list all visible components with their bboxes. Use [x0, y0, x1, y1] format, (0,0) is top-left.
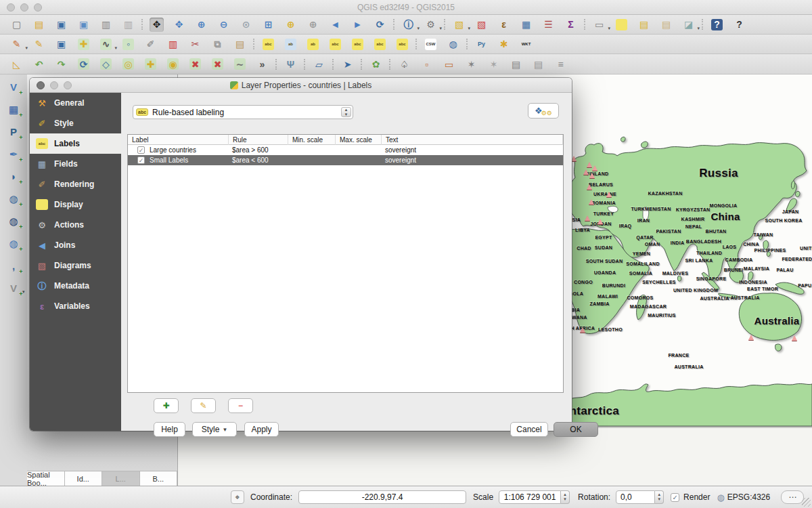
add-web-layer-button[interactable]: ◍ ▾ [446, 37, 460, 51]
select-by-expression-button[interactable]: ε ▾ [497, 18, 511, 32]
feature-action-button[interactable]: ⚙ ▾ [424, 18, 438, 32]
plugin-manager-button[interactable]: ✱ ▾ [497, 37, 511, 51]
current-edits-button[interactable]: ✎ ▾ [9, 37, 24, 51]
add-spatialite-layer-button[interactable]: ✒ ▾ [7, 147, 21, 161]
add-rule-button[interactable]: ✚ [154, 398, 179, 413]
toolbar-separator[interactable]: ▾ [392, 18, 397, 32]
sidebar-item-general[interactable]: ⚒ General [30, 93, 121, 113]
ok-button[interactable]: OK [554, 422, 598, 437]
save-project-button[interactable]: ▣ ▾ [54, 18, 68, 32]
add-wcs-layer-button[interactable]: ◍ ▾ [7, 214, 21, 228]
zoom-to-selection-button[interactable]: ⊕ ▾ [284, 18, 298, 32]
rule-checkbox[interactable]: ✓ [137, 156, 145, 164]
add-wms-layer-button[interactable]: ◍ ▾ [7, 192, 21, 206]
show-bookmarks-button[interactable]: ▤ ▾ [659, 18, 673, 32]
field-calculator-button[interactable]: ☰ ▾ [541, 18, 556, 32]
layer-diagram-button[interactable]: ab ▾ [284, 37, 298, 51]
sidebar-item-joins[interactable]: ◀ Joins [30, 235, 121, 255]
extent-toggle-button[interactable]: ⌖ [231, 490, 244, 504]
labeling-rules-table[interactable]: Label Rule Min. scale Max. scale Text [127, 134, 564, 393]
pin-labels-button[interactable]: ab ▾ [306, 37, 320, 51]
add-ring-button[interactable]: ◎ ▾ [121, 57, 135, 71]
rotation-stepper[interactable]: ▲▼ [655, 490, 664, 504]
toolbar-separator[interactable]: ▾ [465, 37, 470, 51]
open-project-button[interactable]: ▤ ▾ [32, 18, 46, 32]
rules-column-header[interactable]: Max. scale [336, 135, 382, 145]
new-composer-button[interactable]: ▥ ▾ [99, 18, 113, 32]
highlight-labels-button[interactable]: abc ▾ [328, 37, 342, 51]
dock-tab-spatial-bookmarks[interactable]: Spatial Boo... [27, 471, 65, 486]
toolbar-separator[interactable]: ▾ [252, 37, 256, 51]
sidebar-item-variables[interactable]: ε Variables [30, 296, 121, 316]
composer-manager-button[interactable]: ▥ ▾ [121, 18, 135, 32]
new-bookmark-button[interactable]: ▤ ▾ [637, 18, 651, 32]
rule-row[interactable]: ✓ Small Labels $area < 600 sovereignt [128, 155, 563, 165]
new-project-button[interactable]: ▢ ▾ [9, 18, 24, 32]
rule-checkbox[interactable]: ✓ [137, 146, 145, 154]
open-attribute-table-button[interactable]: ▦ ▾ [519, 18, 533, 32]
dock-tab-layers[interactable]: L... [102, 471, 140, 486]
paste-features-button[interactable]: ▤ ▾ [233, 37, 247, 51]
dialog-titlebar[interactable]: Layer Properties - countries | Labels [30, 78, 572, 93]
add-raster-layer-button[interactable]: ▦ ▾ [7, 102, 21, 117]
move-feature-button[interactable]: ∿ ▾ [99, 37, 113, 51]
topology-checker-button[interactable]: Ψ ▾ [284, 57, 298, 71]
cut-features-button[interactable]: ✂ ▾ [188, 37, 202, 51]
resize-grip[interactable] [802, 498, 811, 507]
sidebar-item-metadata[interactable]: ⓘ Metadata [30, 276, 121, 296]
rotate-label-button[interactable]: abc ▾ [373, 37, 387, 51]
sidebar-item-fields[interactable]: ▦ Fields [30, 154, 121, 174]
scale-combobox[interactable]: 1:106 729 001 [499, 490, 561, 504]
zoom-last-button[interactable]: ◄ ▾ [328, 18, 342, 32]
identify-features-button[interactable]: ⓘ ▾ [401, 18, 415, 32]
rotation-input[interactable]: 0,0 [616, 490, 655, 504]
automated-placement-settings-button[interactable]: ❖ ⚙⚙ [528, 103, 559, 119]
change-label-button[interactable]: abc ▾ [395, 37, 409, 51]
dock-tab-browser[interactable]: B... [140, 471, 178, 486]
help-contents-button[interactable]: ? ▾ [710, 18, 724, 32]
annotation-button[interactable]: ◪ ▾ [681, 18, 696, 32]
metasearch-csw-button[interactable]: CSW ▾ [424, 37, 438, 51]
apply-button[interactable]: Apply [244, 422, 279, 437]
map-tips-button[interactable]: ▾ [614, 18, 629, 32]
add-part-button[interactable]: ✚ ▾ [143, 57, 158, 71]
pan-map-button[interactable]: ✥ ▾ [150, 18, 164, 32]
add-vector-layer-button[interactable]: V ▾ [7, 80, 21, 94]
sidebar-item-style[interactable]: ✐ Style [30, 113, 121, 133]
toolbar-separator[interactable]: ▾ [700, 18, 705, 32]
rules-column-header[interactable]: Text [382, 135, 563, 145]
delete-selected-button[interactable]: ▥ ▾ [166, 37, 180, 51]
save-project-as-button[interactable]: ▣ ▾ [76, 18, 91, 32]
grass-tools-button[interactable]: ✿ ▾ [369, 57, 383, 71]
fill-ring-button[interactable]: ◉ ▾ [166, 57, 180, 71]
whats-this-button[interactable]: ? ▾ [732, 18, 746, 32]
dock-tab-identify[interactable]: Id... [65, 471, 103, 486]
sidebar-item-diagrams[interactable]: ▧ Diagrams [30, 255, 121, 276]
toolbar-separator[interactable]: ▾ [388, 57, 392, 71]
zoom-to-layer-button[interactable]: ⊕ ▾ [306, 18, 320, 32]
delete-part-button[interactable]: ✖ ▾ [210, 57, 225, 71]
toolbar-separator[interactable]: ▾ [359, 57, 364, 71]
georeferencer-button[interactable]: ▱ ▾ [312, 57, 326, 71]
python-console-button[interactable]: Py ▾ [474, 37, 489, 51]
coordinate-input[interactable]: -220.9,97.4 [298, 490, 466, 504]
style-book-button[interactable]: ▤ ▾ [509, 57, 523, 71]
messages-button[interactable]: ⋯ [781, 490, 804, 504]
zoom-next-button[interactable]: ► ▾ [351, 18, 365, 32]
toolbar-separator[interactable]: ▾ [302, 57, 307, 71]
toolbar-separator[interactable]: ▾ [414, 37, 419, 51]
area-select-button[interactable]: ▭ ▾ [442, 57, 456, 71]
delete-ring-button[interactable]: ✖ ▾ [188, 57, 202, 71]
style-menu-button[interactable]: Style ▼ [192, 422, 237, 437]
modify-attributes-button[interactable]: ✐ ▾ [143, 37, 158, 51]
rules-column-header[interactable]: Min. scale [288, 135, 336, 145]
sidebar-item-labels[interactable]: abc Labels [30, 133, 121, 154]
add-postgis-layer-button[interactable]: P ▾ [7, 125, 21, 139]
advanced-digitizing-button[interactable]: ◺ ▾ [9, 57, 24, 71]
labeling-mode-select[interactable]: abc Rule-based labeling ▲▼ [133, 105, 353, 119]
epsg-button[interactable]: EPSG:4326 [727, 492, 770, 502]
deselect-features-button[interactable]: ▧ ▾ [474, 18, 489, 32]
toolbar-separator[interactable]: ▾ [274, 57, 279, 71]
toolbar-separator[interactable]: ▾ [583, 18, 587, 32]
node-tool-button[interactable]: ◦ ▾ [121, 37, 135, 51]
